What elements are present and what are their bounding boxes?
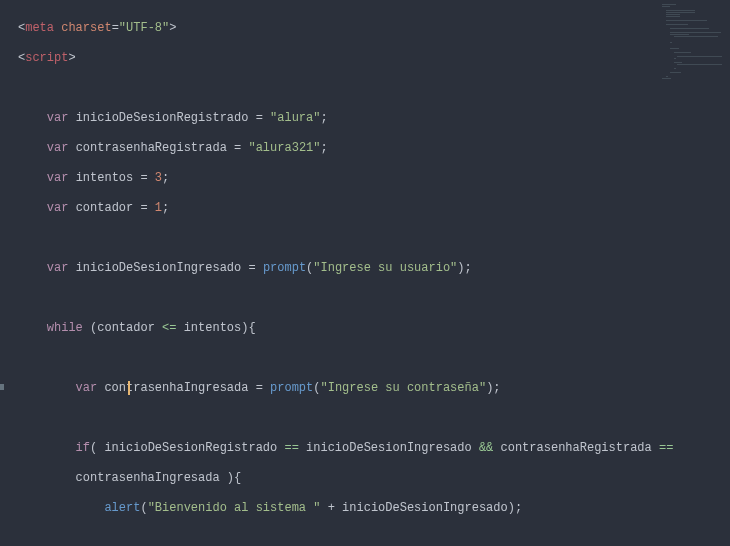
code-line (18, 351, 730, 366)
indent-marker (0, 384, 4, 390)
code-line: var intentos = 3; (18, 171, 730, 186)
code-line: var inicioDeSesionIngresado = prompt("In… (18, 261, 730, 276)
code-line: var contrasenhaIngresada = prompt("Ingre… (18, 381, 730, 396)
code-line: alert("Bienvenido al sistema " + inicioD… (18, 501, 730, 516)
code-line: <script> (18, 51, 730, 66)
code-line (18, 411, 730, 426)
code-editor[interactable]: <meta charset="UTF-8"> <script> var inic… (0, 0, 730, 546)
code-line (18, 231, 730, 246)
code-line (18, 81, 730, 96)
code-line (18, 291, 730, 306)
code-line: while (contador <= intentos){ (18, 321, 730, 336)
code-line: <meta charset="UTF-8"> (18, 21, 730, 36)
code-line (18, 531, 730, 546)
code-line: var contrasenhaRegistrada = "alura321"; (18, 141, 730, 156)
code-line: if( inicioDeSesionRegistrado == inicioDe… (18, 441, 730, 456)
code-line: contrasenhaIngresada ){ (18, 471, 730, 486)
code-line: var contador = 1; (18, 201, 730, 216)
minimap[interactable] (662, 4, 726, 114)
code-line: var inicioDeSesionRegistrado = "alura"; (18, 111, 730, 126)
text-cursor (128, 381, 130, 395)
editor-gutter (0, 0, 10, 546)
